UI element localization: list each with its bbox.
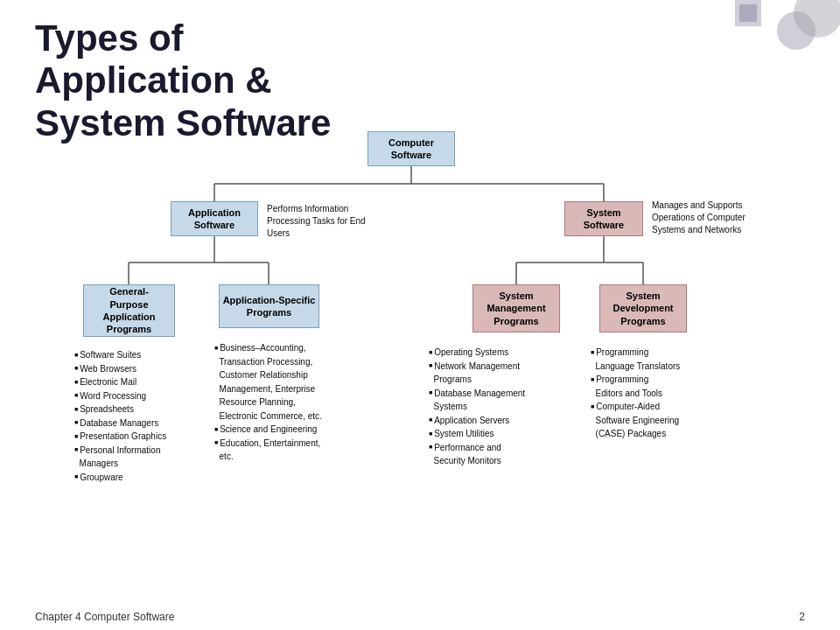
application-software-box: ApplicationSoftware: [171, 201, 258, 236]
computer-software-box: Computer Software: [368, 131, 455, 166]
list-item: Electronic Mail: [74, 375, 210, 389]
list-item: Database Management Systems: [429, 387, 582, 414]
title-area: Types of Application & System Software: [35, 18, 368, 144]
list-item: System Utilities: [429, 427, 582, 441]
sys-software-desc: Manages and Supports Operations of Compu…: [652, 200, 774, 236]
list-item: Presentation Graphics: [74, 430, 210, 444]
list-item: Word Processing: [74, 389, 210, 403]
decorative-bg: [735, 0, 840, 70]
system-management-box: SystemManagementPrograms: [472, 284, 560, 332]
page-number: 2: [799, 611, 805, 623]
svg-rect-3: [739, 4, 757, 22]
system-development-box: SystemDevelopmentPrograms: [599, 284, 687, 332]
list-item: Spreadsheets: [74, 402, 210, 416]
list-item: Application Servers: [429, 414, 582, 428]
list-item: Education, Entertainment, etc.: [214, 437, 368, 464]
list-item: Programming Editors and Tools: [591, 373, 757, 400]
list-item: Performance and Security Monitors: [429, 441, 582, 468]
list-item: Science and Engineering: [214, 423, 368, 437]
application-specific-list: Business–Accounting, Transaction Process…: [214, 341, 368, 464]
list-item: Network Management Programs: [429, 360, 582, 387]
list-item: Personal Information Managers: [74, 444, 210, 471]
general-purpose-list: Software Suites Web Browsers Electronic …: [74, 348, 210, 484]
svg-point-1: [777, 11, 816, 50]
general-purpose-box: General-PurposeApplicationPrograms: [83, 284, 175, 337]
list-item: Database Managers: [74, 416, 210, 430]
diagram: Computer Software ApplicationSoftware Pe…: [26, 131, 831, 604]
list-item: Business–Accounting, Transaction Process…: [214, 341, 368, 423]
system-software-box: SystemSoftware: [564, 201, 643, 236]
application-specific-box: Application-SpecificPrograms: [219, 284, 319, 328]
list-item: Web Browsers: [74, 362, 210, 376]
list-item: Software Suites: [74, 348, 210, 362]
list-item: Operating Systems: [429, 346, 582, 360]
page-title: Types of Application & System Software: [35, 18, 368, 144]
list-item: Computer-Aided Software Engineering (CAS…: [591, 400, 757, 441]
system-development-list: Programming Language Translators Program…: [591, 346, 757, 441]
app-software-desc: Performs Information Processing Tasks fo…: [267, 203, 381, 240]
footer-text: Chapter 4 Computer Software: [35, 611, 174, 623]
system-management-list: Operating Systems Network Management Pro…: [429, 346, 582, 468]
list-item: Groupware: [74, 471, 210, 485]
list-item: Programming Language Translators: [591, 346, 757, 373]
